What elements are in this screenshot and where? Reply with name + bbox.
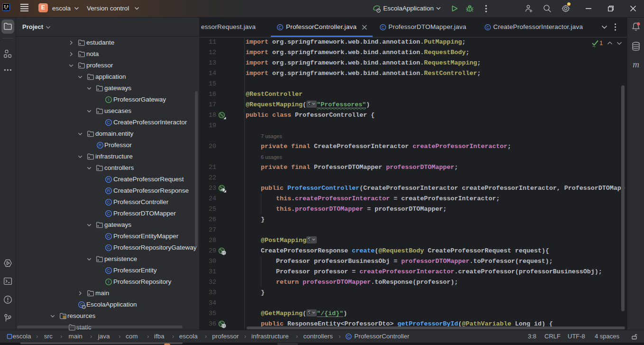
svg-text:C: C (107, 120, 110, 125)
svg-text:C: C (107, 211, 110, 216)
svg-text:C: C (107, 245, 110, 250)
svg-text:C: C (107, 200, 110, 205)
svg-text:C: C (107, 234, 110, 239)
svg-text:I: I (108, 280, 110, 284)
svg-text:I: I (108, 97, 110, 102)
svg-text:C: C (107, 268, 110, 273)
svg-text:R: R (99, 143, 102, 148)
svg-text:C: C (347, 334, 350, 339)
svg-text:C: C (486, 25, 489, 30)
svg-text:C: C (278, 25, 281, 30)
svg-text:R: R (107, 188, 110, 193)
svg-text:C: C (381, 25, 384, 30)
svg-text:R: R (107, 177, 110, 182)
